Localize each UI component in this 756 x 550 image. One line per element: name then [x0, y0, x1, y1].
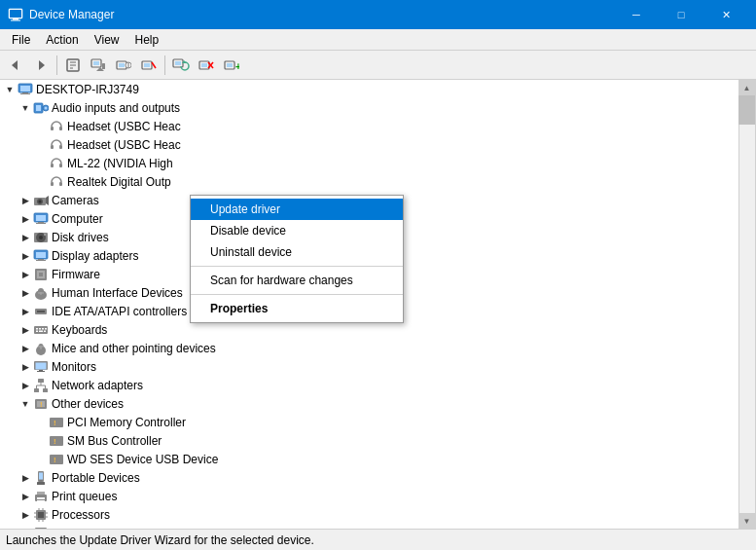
- svg-rect-33: [22, 92, 28, 93]
- tree-item-portable[interactable]: ▶ Portable Devices: [0, 468, 755, 487]
- scroll-down-button[interactable]: ▼: [738, 513, 755, 529]
- toolbar-disable[interactable]: [137, 54, 161, 77]
- expand-arrow-print[interactable]: ▶: [18, 489, 33, 504]
- svg-rect-34: [20, 93, 30, 94]
- other-label: Other devices: [52, 397, 124, 411]
- svg-marker-5: [39, 60, 45, 70]
- svg-rect-52: [36, 215, 46, 221]
- tree-item-monitors[interactable]: ▶ Monitors: [0, 357, 755, 376]
- tree-item-headset1[interactable]: ▶ Headset (USBC Heac: [0, 117, 755, 135]
- svg-rect-86: [36, 362, 47, 369]
- toolbar-add-hardware[interactable]: +: [220, 54, 243, 77]
- svg-rect-87: [39, 370, 43, 371]
- toolbar-scan[interactable]: [169, 54, 193, 77]
- tree-item-processor[interactable]: ▶ Processors: [0, 505, 755, 524]
- tree-item-network[interactable]: ▶ Network adapters: [0, 376, 755, 394]
- toolbar-properties[interactable]: [61, 54, 85, 77]
- tree-item-smbus[interactable]: ▶ ! SM Bus Controller: [0, 431, 755, 450]
- minimize-button[interactable]: ─: [614, 0, 659, 29]
- tree-item-realtek[interactable]: ▶ Realtek Digital Outp: [0, 172, 755, 191]
- print-label: Print queues: [52, 490, 117, 503]
- expand-arrow-firmware[interactable]: ▶: [18, 267, 33, 282]
- network-label: Network adapters: [52, 379, 143, 392]
- svg-rect-22: [175, 61, 181, 65]
- other-icon: !: [33, 396, 49, 412]
- toolbar-back[interactable]: [4, 54, 27, 77]
- menu-view[interactable]: View: [87, 29, 127, 51]
- expand-arrow-hid[interactable]: ▶: [18, 285, 33, 301]
- ctx-sep-2: [191, 294, 403, 295]
- tree-item-other[interactable]: ▼ ! Other devices: [0, 394, 755, 413]
- pci-icon: !: [49, 415, 64, 430]
- menu-bar: File Action View Help: [0, 29, 756, 51]
- expand-arrow-disk[interactable]: ▶: [18, 230, 33, 245]
- expand-arrow-other[interactable]: ▼: [18, 396, 33, 412]
- close-button[interactable]: ✕: [703, 0, 748, 29]
- expand-arrow-display[interactable]: ▶: [18, 248, 33, 264]
- ctx-scan-hardware[interactable]: Scan for hardware changes: [191, 270, 403, 291]
- svg-point-38: [45, 106, 48, 109]
- expand-arrow-computer[interactable]: ▼: [2, 82, 18, 97]
- svg-text:!: !: [54, 419, 56, 427]
- expand-arrow-cameras[interactable]: ▶: [18, 193, 33, 208]
- svg-point-49: [39, 200, 42, 202]
- expand-arrow-audio[interactable]: ▼: [18, 100, 33, 116]
- tree-item-pci[interactable]: ▶ ! PCI Memory Controller: [0, 413, 755, 431]
- tree-item-mice[interactable]: ▶ Mice and other pointing devices: [0, 339, 755, 357]
- maximize-button[interactable]: □: [659, 0, 703, 29]
- tree-item-computer[interactable]: ▼ DESKTOP-IRJ3749: [0, 80, 755, 98]
- expand-arrow-monitors[interactable]: ▶: [18, 359, 33, 375]
- svg-rect-74: [36, 328, 38, 330]
- svg-rect-53: [38, 222, 44, 223]
- svg-line-20: [152, 62, 156, 68]
- svg-rect-61: [38, 259, 44, 260]
- svg-rect-15: [119, 63, 125, 67]
- svg-rect-88: [37, 371, 45, 372]
- svg-rect-101: [50, 436, 63, 446]
- monitors-icon: [33, 359, 49, 375]
- menu-help[interactable]: Help: [127, 29, 167, 51]
- network-icon: [33, 378, 49, 393]
- ctx-disable-device[interactable]: Disable device: [191, 220, 403, 241]
- ide-label: IDE ATA/ATAPI controllers: [52, 305, 187, 318]
- toolbar-sep-1: [56, 55, 57, 75]
- expand-arrow-processor[interactable]: ▶: [18, 507, 33, 523]
- toolbar-update-driver[interactable]: [87, 54, 110, 77]
- expand-arrow-ide[interactable]: ▶: [18, 304, 33, 319]
- scroll-up-button[interactable]: ▲: [738, 80, 755, 95]
- ctx-uninstall-device[interactable]: Uninstall device: [191, 241, 403, 263]
- tree-item-audio[interactable]: ▼ Audio inputs and outputs: [0, 98, 755, 117]
- display-icon: [33, 248, 49, 264]
- ctx-update-driver[interactable]: Update driver: [191, 199, 403, 220]
- computer2-label: Computer: [52, 212, 103, 226]
- scrollbar-thumb[interactable]: [738, 95, 755, 125]
- expand-arrow-mice[interactable]: ▶: [18, 341, 33, 356]
- toolbar-uninstall[interactable]: [195, 54, 218, 77]
- expand-arrow-network[interactable]: ▶: [18, 378, 33, 393]
- pci-label: PCI Memory Controller: [67, 416, 186, 429]
- tree-item-headset2[interactable]: ▶ Headset (USBC Heac: [0, 135, 755, 154]
- expand-arrow-computer2[interactable]: ▶: [18, 211, 33, 227]
- svg-text:!: !: [54, 437, 56, 446]
- ml22-label: ML-22 (NVIDIA High: [67, 157, 173, 170]
- tree-item-ml22[interactable]: ▶ ML-22 (NVIDIA High: [0, 154, 755, 172]
- expand-arrow-portable[interactable]: ▶: [18, 470, 33, 486]
- toolbar-forward[interactable]: [29, 54, 53, 77]
- tree-item-wdses[interactable]: ▶ ! WD SES Device USB Device: [0, 450, 755, 468]
- status-text: Launches the Update Driver Wizard for th…: [6, 533, 314, 547]
- svg-rect-32: [20, 86, 30, 92]
- svg-rect-80: [44, 330, 46, 332]
- ctx-properties[interactable]: Properties: [191, 298, 403, 319]
- toolbar-enable[interactable]: [112, 54, 135, 77]
- svg-rect-29: [227, 63, 233, 67]
- realtek-icon: [49, 174, 64, 190]
- scrollbar-track[interactable]: ▲ ▼: [738, 80, 755, 529]
- svg-rect-3: [11, 20, 20, 21]
- menu-file[interactable]: File: [4, 29, 38, 51]
- svg-rect-79: [39, 330, 43, 332]
- svg-rect-36: [36, 105, 41, 111]
- wdses-icon: !: [49, 452, 64, 467]
- expand-arrow-keyboard[interactable]: ▶: [18, 322, 33, 338]
- menu-action[interactable]: Action: [38, 29, 86, 51]
- tree-item-print[interactable]: ▶ Print queues: [0, 487, 755, 505]
